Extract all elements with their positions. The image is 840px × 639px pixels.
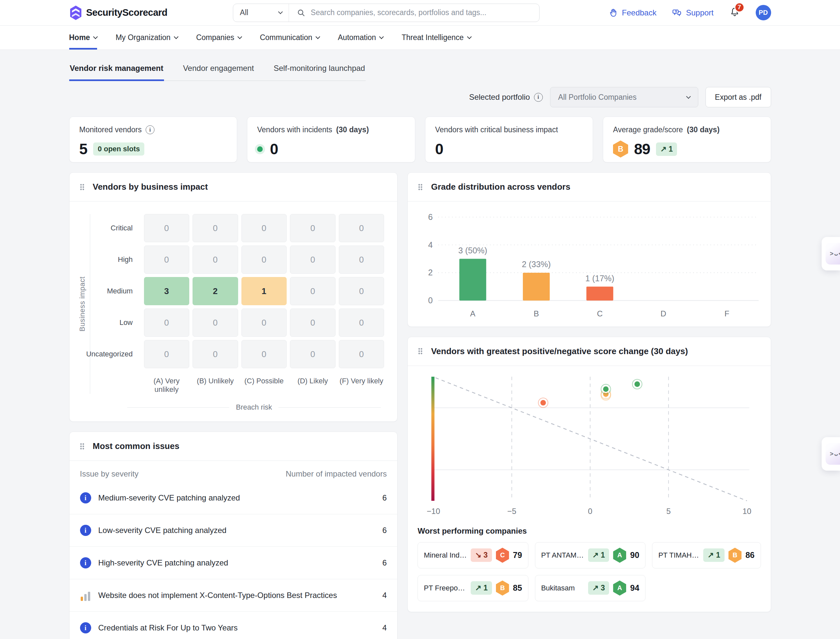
notification-count-badge: 7: [734, 2, 745, 13]
matrix-col-label: (B) Unlikely: [193, 372, 238, 394]
support-link[interactable]: Support: [672, 8, 713, 18]
svg-text:C: C: [597, 309, 602, 318]
issue-impacted-count: 4: [382, 623, 387, 633]
issue-row[interactable]: iLow-severity CVE patching analyzed6: [70, 514, 398, 547]
matrix-cell[interactable]: 0: [144, 214, 190, 242]
matrix-cell[interactable]: 3: [144, 277, 190, 305]
matrix-cell[interactable]: 0: [144, 308, 190, 337]
notifications-button[interactable]: 7: [729, 7, 740, 19]
matrix-cell[interactable]: 0: [241, 214, 287, 242]
nav-item-home[interactable]: Home: [69, 25, 97, 49]
matrix-cell[interactable]: 0: [241, 308, 287, 337]
svg-text:0: 0: [428, 296, 433, 305]
assistant-face-icon: >ᴗ<: [826, 443, 840, 465]
search-box[interactable]: [289, 4, 539, 22]
issue-row[interactable]: iCredentials at Risk For Up to Two Years…: [70, 612, 398, 639]
drag-handle-icon[interactable]: [418, 184, 422, 190]
nav-item-threat-intelligence[interactable]: Threat Intelligence: [401, 25, 471, 49]
assistant-button[interactable]: >ᴗ<: [822, 437, 840, 471]
nav-item-companies[interactable]: Companies: [196, 25, 241, 49]
issue-row[interactable]: iMedium-severity CVE patching analyzed6: [70, 482, 398, 514]
company-score: 94: [630, 583, 639, 593]
matrix-cell[interactable]: 0: [144, 245, 190, 274]
info-icon: i: [80, 492, 91, 504]
chevron-down-icon: [379, 35, 384, 39]
grade-hexagon-badge: A: [613, 580, 626, 596]
matrix-cell[interactable]: 0: [339, 340, 384, 368]
nav-item-automation[interactable]: Automation: [338, 25, 383, 49]
info-icon: i: [80, 622, 91, 633]
matrix-cell[interactable]: 0: [193, 214, 238, 242]
info-icon[interactable]: i: [534, 93, 543, 102]
matrix-cell[interactable]: 1: [241, 277, 287, 305]
issue-label: Credentials at Risk For Up to Two Years: [98, 623, 375, 633]
tab-vendor-engagement[interactable]: Vendor engagement: [182, 61, 255, 81]
issue-row[interactable]: iHigh-severity CVE patching analyzed6: [70, 547, 398, 579]
matrix-col-label: (A) Very unlikely: [144, 372, 190, 394]
stat-cards-row: Monitored vendors i 5 0 open slots Vendo…: [69, 116, 771, 162]
average-score-value: 89: [634, 140, 650, 158]
issue-label: High-severity CVE patching analyzed: [98, 558, 375, 567]
search-input[interactable]: [311, 8, 531, 17]
nav-item-my-organization[interactable]: My Organization: [116, 25, 178, 49]
monitored-vendors-title: Monitored vendors: [79, 126, 142, 134]
matrix-cell[interactable]: 0: [339, 308, 384, 337]
company-card-pt-antam-tbk[interactable]: PT ANTAM Tbk↗ 1A90: [535, 542, 645, 568]
matrix-cell[interactable]: 0: [241, 245, 287, 274]
drag-handle-icon[interactable]: [418, 348, 422, 354]
info-icon[interactable]: i: [146, 126, 154, 134]
portfolio-select[interactable]: All Portfolio Companies: [550, 87, 698, 107]
search-icon: [297, 8, 305, 17]
assistant-button[interactable]: >ᴗ<: [822, 237, 840, 270]
feedback-link[interactable]: Feedback: [609, 8, 656, 17]
drag-handle-icon[interactable]: [80, 443, 84, 450]
matrix-cell[interactable]: 0: [339, 245, 384, 274]
nav-item-label: Home: [69, 33, 90, 42]
matrix-cell[interactable]: 0: [193, 340, 238, 368]
most-common-issues-card: Most common issues Issue by severity Num…: [69, 432, 398, 639]
export-pdf-button[interactable]: Export as .pdf: [705, 87, 771, 107]
matrix-cell[interactable]: 0: [290, 308, 336, 337]
grade-hexagon-badge: B: [729, 548, 742, 563]
svg-text:2 (33%): 2 (33%): [522, 260, 551, 269]
matrix-cell[interactable]: 0: [339, 214, 384, 242]
matrix-cell[interactable]: 0: [193, 245, 238, 274]
critical-impact-card: Vendors with critical business impact 0: [425, 116, 593, 162]
score-change-badge: ↗ 1: [588, 548, 609, 562]
company-card-mineral-indus[interactable]: Mineral Indus...↘ 3C79: [418, 542, 528, 568]
chevron-down-icon: [278, 10, 283, 14]
impact-matrix-grid: Critical00000High00000Medium32100Low0000…: [92, 214, 384, 394]
matrix-cell[interactable]: 0: [193, 308, 238, 337]
search-scope-select[interactable]: All: [233, 4, 289, 22]
company-card-pt-freeport-i[interactable]: PT Freeport I...↗ 1B85: [418, 575, 528, 601]
matrix-cell[interactable]: 0: [290, 277, 336, 305]
matrix-cell[interactable]: 0: [290, 214, 336, 242]
matrix-row-label: Critical: [92, 214, 141, 242]
company-card-pt-timah-tbk[interactable]: PT TIMAH Tbk↗ 1B86: [652, 542, 761, 568]
matrix-col-label: (F) Very likely: [339, 372, 384, 394]
issue-impacted-count: 6: [382, 558, 387, 567]
worst-performing-grid: Mineral Indus...↘ 3C79PT ANTAM Tbk↗ 1A90…: [408, 536, 770, 612]
securityscorecard-logo[interactable]: SecurityScorecard: [69, 6, 168, 20]
chevron-down-icon: [315, 35, 320, 39]
matrix-cell[interactable]: 0: [339, 277, 384, 305]
matrix-cell[interactable]: 0: [241, 340, 287, 368]
matrix-cell[interactable]: 2: [193, 277, 238, 305]
nav-item-communication[interactable]: Communication: [260, 25, 320, 49]
tab-self-monitoring-launchpad[interactable]: Self-monitoring launchpad: [273, 61, 366, 81]
grade-hexagon-badge: B: [613, 140, 628, 157]
company-card-bukitasam[interactable]: Bukitasam↗ 3A94: [535, 575, 645, 601]
svg-text:6: 6: [428, 212, 433, 221]
matrix-cell[interactable]: 0: [144, 340, 190, 368]
dashboard-page: Vendor risk managementVendor engagementS…: [69, 50, 771, 639]
score-change-badge: ↗ 1: [703, 548, 724, 562]
matrix-col-label: (D) Likely: [290, 372, 336, 394]
user-avatar[interactable]: PD: [756, 5, 771, 20]
matrix-cell[interactable]: 0: [290, 245, 336, 274]
matrix-row-label: Low: [92, 308, 141, 337]
impact-matrix-title: Vendors by business impact: [93, 182, 208, 192]
issue-row[interactable]: Website does not implement X-Content-Typ…: [70, 579, 398, 612]
matrix-cell[interactable]: 0: [290, 340, 336, 368]
tab-vendor-risk-management[interactable]: Vendor risk management: [69, 61, 164, 81]
drag-handle-icon[interactable]: [80, 184, 84, 190]
